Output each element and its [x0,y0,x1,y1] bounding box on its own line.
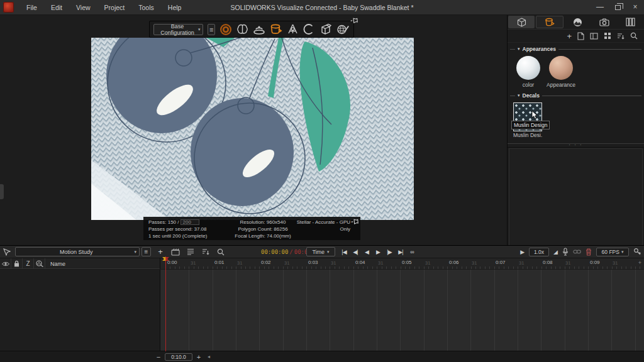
restore-button[interactable] [609,0,626,15]
tab-models[interactable] [508,16,535,28]
appearance-item[interactable]: color [514,56,543,88]
lock-icon[interactable] [11,258,23,269]
search-icon[interactable] [630,32,638,40]
playback-speed-icon[interactable]: ▶ [520,249,525,255]
time-mode-dropdown[interactable]: Time ▾ [306,247,335,256]
fps-value: 60 FPS [602,249,619,255]
go-to-start-button[interactable]: |◀ [340,249,348,255]
playhead-line[interactable] [165,256,166,351]
render-output-icon[interactable] [336,23,350,36]
add-appearance-button[interactable]: + [567,31,572,41]
list-view-button[interactable] [185,247,196,257]
sort-button[interactable] [617,33,625,40]
appearance-sphere-thumbnail [549,56,573,80]
denoiser-brain-icon[interactable] [236,23,248,36]
fps-dropdown[interactable]: 60 FPS ▾ [596,248,629,256]
cube-icon [517,18,526,27]
passes-total-input[interactable] [180,219,199,225]
palette-tabs [508,15,644,30]
visibility-eye-icon[interactable] [0,258,11,269]
ruler-minor-label: 31 [565,260,570,266]
search-icon[interactable] [215,247,226,257]
play-reverse-button[interactable]: ◀ [362,249,371,255]
delete-icon[interactable] [586,248,592,256]
panel-splitter[interactable]: · · · [508,143,644,148]
go-to-end-button[interactable]: ▶| [396,249,405,255]
menu-help[interactable]: Help [161,0,189,15]
rendered-fabric-image [91,38,414,220]
app-window: File Edit View Project Tools Help SOLIDW… [0,0,644,362]
ruler-minor-label: 31 [613,260,618,266]
capture-button[interactable] [170,247,181,257]
library-icon [626,18,635,26]
menu-tools[interactable]: Tools [131,0,161,15]
menu-view[interactable]: View [69,0,97,15]
study-menu-button[interactable]: ≡ [142,247,151,256]
sort-button[interactable] [200,247,211,257]
tab-cameras[interactable] [591,15,618,29]
properties-empty-area [509,148,643,249]
scroll-left-icon[interactable]: ◂ [208,354,210,359]
step-back-button[interactable]: ◀| [351,249,360,255]
timeline-duration-input[interactable] [165,353,192,361]
link-icon[interactable] [573,249,581,255]
ruler-minor-label: 31 [425,260,430,266]
decals-section-header[interactable]: ▾ Decals [508,91,644,100]
motion-study-dropdown[interactable]: Motion Study ▾ [15,247,140,256]
track-area[interactable] [160,270,644,351]
left-panel-handle[interactable] [0,184,4,199]
zoom-in-button[interactable]: + [196,353,202,361]
palette-panel: + ▾ Appearances color A [507,15,644,245]
decal-label: Muslin Desi... [513,132,542,138]
main-area: Base Configuration ▾ ≡ [0,15,644,245]
tab-appearances[interactable] [536,16,564,28]
microphone-icon[interactable] [562,248,569,256]
filmstrip-icon[interactable] [34,258,45,269]
new-item-button[interactable] [577,32,584,40]
tab-scenes[interactable] [564,15,591,29]
select-cursor-icon[interactable] [1,247,13,257]
render-eta: 1 sec until 200 (Complete) [148,233,234,239]
turntable-icon[interactable] [253,23,265,36]
menu-project[interactable]: Project [97,0,132,15]
ruler-minor-label: 31 [331,260,336,266]
split-view-button[interactable] [590,33,598,40]
ruler-tick-label: 0:01 [214,260,225,265]
configuration-dropdown[interactable]: Base Configuration ▾ [153,24,203,35]
menu-edit[interactable]: Edit [44,0,69,15]
add-keyframe-button[interactable]: + [155,247,166,257]
render-mode-target-icon[interactable] [219,23,232,36]
appearances-section-header[interactable]: ▾ Appearances [508,45,644,53]
divider [558,49,641,50]
speed-input[interactable] [529,248,549,256]
timeline-ruler[interactable]: 0:00 0:01 0:02 0:03 0:04 0:05 0:06 0:07 … [160,258,644,269]
tab-libraries[interactable] [618,15,644,29]
keyframe-settings-icon[interactable] [633,248,641,256]
model-box-icon[interactable] [319,23,332,36]
step-forward-button[interactable]: |▶ [385,249,394,255]
zoom-out-button[interactable]: − [155,353,162,361]
curve-editor-icon[interactable]: Z [23,258,34,269]
configuration-menu-button[interactable]: ≡ [208,24,215,35]
window-title: SOLIDWORKS Visualize Connected - Baby Sw… [230,4,413,11]
loop-button[interactable]: ∞ [408,249,416,255]
paint-bucket-icon[interactable] [270,23,282,36]
decal-item[interactable]: Muslin Design Muslin Desi... [513,102,543,138]
ruler-tick-label: 0:03 [308,260,318,265]
ruler-end-marker[interactable]: + [638,260,641,266]
menu-file[interactable]: File [19,0,44,15]
play-button[interactable]: ▶ [374,249,382,255]
appearance-item[interactable]: Appearance [547,56,575,88]
camera-tripod-icon[interactable] [287,23,299,36]
close-button[interactable]: × [626,0,644,15]
playhead-flag-icon[interactable] [162,256,170,265]
ramp-icon[interactable]: ◢ [553,249,558,255]
name-column-header[interactable]: Name [45,261,65,267]
grid-view-button[interactable] [604,32,611,40]
rotate-c-icon[interactable] [303,23,315,36]
render-viewport[interactable] [91,38,414,220]
minimize-button[interactable]: — [591,0,609,15]
appearance-sphere-thumbnail [516,56,540,80]
pin-icon[interactable] [350,16,360,25]
ruler-minor-label: 31 [378,260,383,266]
